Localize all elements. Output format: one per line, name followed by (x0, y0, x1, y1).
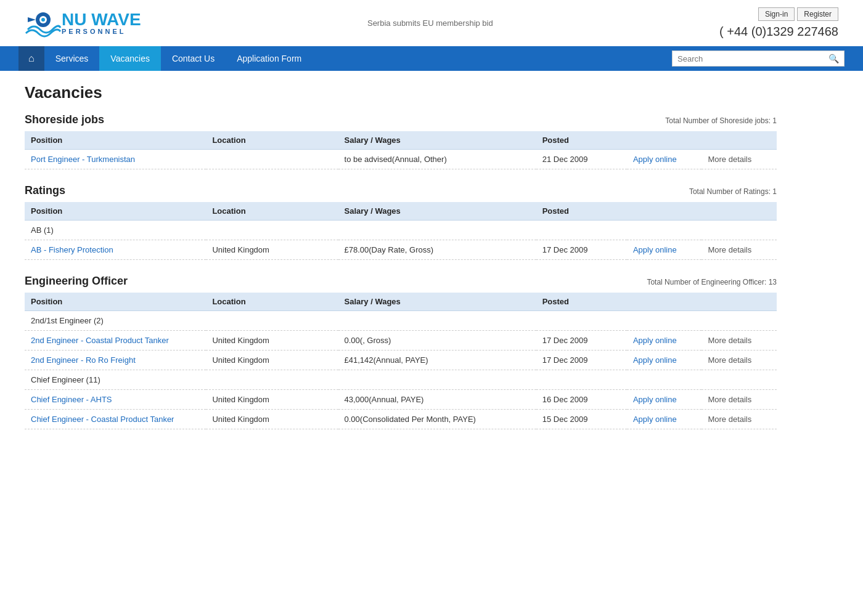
more-details-link[interactable]: More details (708, 355, 751, 365)
group-label: AB (1) (25, 221, 777, 240)
section-header-engineering: Engineering Officer Total Number of Engi… (25, 275, 777, 288)
table-row: AB - Fishery ProtectionUnited Kingdom£78… (25, 240, 777, 260)
job-location: United Kingdom (206, 240, 338, 260)
col-header-engineering-4 (627, 293, 702, 311)
job-salary: 43,000(Annual, PAYE) (338, 390, 536, 410)
apply-online-link[interactable]: Apply online (633, 245, 677, 254)
apply-online-link[interactable]: Apply online (633, 336, 677, 345)
job-posted: 17 Dec 2009 (536, 351, 627, 370)
vacancy-table-shoreside: PositionLocationSalary / WagesPostedPort… (25, 131, 777, 169)
col-header-shoreside-4 (627, 131, 702, 150)
phone-number: ( +44 (0)1329 227468 (719, 25, 838, 39)
apply-online-link[interactable]: Apply online (633, 415, 677, 424)
more-details-link[interactable]: More details (708, 336, 751, 345)
job-salary: £78.00(Day Rate, Gross) (338, 240, 536, 260)
more-details-link[interactable]: More details (708, 245, 751, 254)
nav-item-application[interactable]: Application Form (226, 46, 313, 71)
col-header-engineering-3: Posted (536, 293, 627, 311)
header-right: Sign-in Register ( +44 (0)1329 227468 (719, 7, 838, 39)
apply-online-link[interactable]: Apply online (633, 155, 677, 164)
col-header-engineering-0: Position (25, 293, 206, 311)
col-header-shoreside-1: Location (206, 131, 338, 150)
section-total-shoreside: Total Number of Shoreside jobs: 1 (665, 116, 777, 125)
section-title-engineering: Engineering Officer (25, 275, 128, 288)
col-header-shoreside-3: Posted (536, 131, 627, 150)
apply-online-link[interactable]: Apply online (633, 355, 677, 365)
search-icon: 🔍 (828, 54, 839, 63)
job-position-link[interactable]: 2nd Engineer - Coastal Product Tanker (31, 336, 169, 345)
vacancy-table-engineering: PositionLocationSalary / WagesPosted2nd/… (25, 293, 777, 429)
job-posted: 17 Dec 2009 (536, 240, 627, 260)
job-location: United Kingdom (206, 410, 338, 429)
col-header-engineering-2: Salary / Wages (338, 293, 536, 311)
more-details-link[interactable]: More details (708, 155, 751, 164)
job-salary: 0.00(Consolidated Per Month, PAYE) (338, 410, 536, 429)
news-ticker: Serbia submits EU membership bid (367, 18, 493, 28)
job-salary: 0.00(, Gross) (338, 331, 536, 351)
group-label: 2nd/1st Engineer (2) (25, 311, 777, 331)
job-posted: 15 Dec 2009 (536, 410, 627, 429)
vacancy-table-ratings: PositionLocationSalary / WagesPostedAB (… (25, 202, 777, 260)
job-posted: 21 Dec 2009 (536, 150, 627, 169)
col-header-ratings-2: Salary / Wages (338, 202, 536, 221)
job-salary: to be advised(Annual, Other) (338, 150, 536, 169)
nav-item-contact[interactable]: Contact Us (161, 46, 226, 71)
navbar: ⌂ Services Vacancies Contact Us Applicat… (0, 46, 863, 71)
nav-home[interactable]: ⌂ (18, 46, 44, 71)
job-posted: 17 Dec 2009 (536, 331, 627, 351)
register-button[interactable]: Register (797, 7, 838, 21)
job-location: United Kingdom (206, 331, 338, 351)
col-header-ratings-5 (701, 202, 777, 221)
page-title: Vacancies (25, 83, 777, 102)
job-salary: £41,142(Annual, PAYE) (338, 351, 536, 370)
col-header-shoreside-0: Position (25, 131, 206, 150)
job-location: United Kingdom (206, 390, 338, 410)
search-input[interactable] (677, 54, 825, 63)
job-location: United Kingdom (206, 351, 338, 370)
search-box: 🔍 (672, 51, 845, 67)
col-header-ratings-1: Location (206, 202, 338, 221)
group-label: Chief Engineer (11) (25, 370, 777, 390)
section-header-ratings: Ratings Total Number of Ratings: 1 (25, 184, 777, 197)
col-header-ratings-4 (627, 202, 702, 221)
section-total-ratings: Total Number of Ratings: 1 (689, 187, 777, 196)
table-row: Port Engineer - Turkmenistanto be advise… (25, 150, 777, 169)
job-position-link[interactable]: Port Engineer - Turkmenistan (31, 155, 135, 164)
table-row: Chief Engineer - AHTSUnited Kingdom43,00… (25, 390, 777, 410)
svg-point-2 (41, 18, 45, 22)
table-row: Chief Engineer - Coastal Product TankerU… (25, 410, 777, 429)
col-header-ratings-0: Position (25, 202, 206, 221)
apply-online-link[interactable]: Apply online (633, 395, 677, 404)
section-total-engineering: Total Number of Engineering Officer: 13 (647, 278, 777, 286)
table-row: 2nd Engineer - Ro Ro FreightUnited Kingd… (25, 351, 777, 370)
job-position-link[interactable]: AB - Fishery Protection (31, 245, 113, 254)
col-header-engineering-5 (701, 293, 777, 311)
sections-container: Shoreside jobs Total Number of Shoreside… (25, 113, 777, 429)
logo-area: NU WAVE PERSONNEL (25, 6, 141, 40)
col-header-engineering-1: Location (206, 293, 338, 311)
job-position-link[interactable]: 2nd Engineer - Ro Ro Freight (31, 355, 136, 365)
col-header-shoreside-5 (701, 131, 777, 150)
nav-item-services[interactable]: Services (44, 46, 100, 71)
logo-icon (25, 6, 62, 40)
col-header-ratings-3: Posted (536, 202, 627, 221)
job-position-link[interactable]: Chief Engineer - Coastal Product Tanker (31, 415, 174, 424)
col-header-shoreside-2: Salary / Wages (338, 131, 536, 150)
job-position-link[interactable]: Chief Engineer - AHTS (31, 395, 112, 404)
logo-name: NU WAVE (62, 11, 141, 28)
section-title-shoreside: Shoreside jobs (25, 113, 104, 126)
logo-text: NU WAVE PERSONNEL (62, 11, 141, 35)
table-row: 2nd Engineer - Coastal Product TankerUni… (25, 331, 777, 351)
auth-buttons: Sign-in Register (758, 7, 838, 21)
nav-item-vacancies[interactable]: Vacancies (99, 46, 161, 71)
job-location (206, 150, 338, 169)
section-title-ratings: Ratings (25, 184, 65, 197)
site-header: NU WAVE PERSONNEL Serbia submits EU memb… (0, 0, 863, 46)
main-content: Vacancies Shoreside jobs Total Number of… (0, 71, 801, 456)
more-details-link[interactable]: More details (708, 395, 751, 404)
section-header-shoreside: Shoreside jobs Total Number of Shoreside… (25, 113, 777, 126)
more-details-link[interactable]: More details (708, 415, 751, 424)
job-posted: 16 Dec 2009 (536, 390, 627, 410)
logo-tagline: PERSONNEL (62, 28, 141, 35)
signin-button[interactable]: Sign-in (758, 7, 795, 21)
